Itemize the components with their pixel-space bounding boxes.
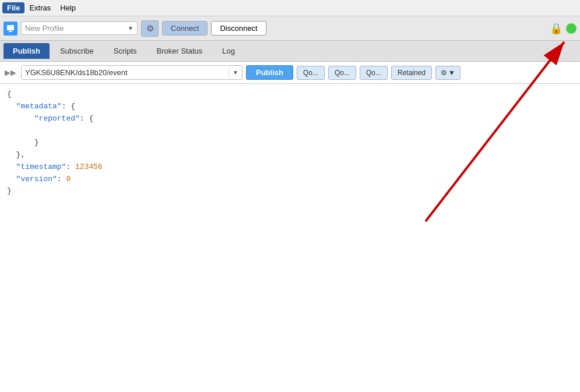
- qos2-button[interactable]: Qo...: [360, 66, 388, 80]
- menu-bar: File Extras Help: [0, 0, 580, 16]
- topic-input[interactable]: [22, 66, 229, 79]
- editor-line-2: "metadata": {: [7, 101, 573, 113]
- connection-status-dot: [566, 23, 577, 34]
- svg-rect-0: [7, 25, 14, 30]
- disconnect-button[interactable]: Disconnect: [211, 21, 266, 36]
- menu-file[interactable]: File: [2, 2, 24, 13]
- svg-rect-1: [9, 31, 12, 32]
- editor-line-1: {: [7, 89, 573, 101]
- chevron-down-icon: ▼: [128, 25, 133, 31]
- retained-button[interactable]: Retained: [391, 66, 432, 80]
- editor-line-6: },: [7, 149, 573, 161]
- chevron-down-small-icon: ▼: [448, 69, 455, 77]
- profile-placeholder: New Profile: [25, 24, 64, 33]
- tab-bar: Publish Subscribe Scripts Broker Status …: [0, 41, 580, 62]
- editor-line-8: "version": 0: [7, 174, 573, 186]
- editor-line-5: }: [7, 137, 573, 149]
- settings-button[interactable]: ⚙ ▼: [435, 66, 461, 80]
- expand-icon[interactable]: ▶▶: [3, 67, 17, 78]
- main-content: ▶▶ ▼ Publish Qo... Qo... Qo... Retained …: [0, 62, 580, 392]
- gear-button[interactable]: ⚙: [141, 20, 159, 37]
- tab-log[interactable]: Log: [213, 43, 244, 59]
- tab-publish[interactable]: Publish: [3, 43, 50, 59]
- connect-button[interactable]: Connect: [162, 21, 208, 36]
- editor-area[interactable]: { "metadata": { "reported": { } }, "time…: [0, 84, 580, 392]
- qos1-button[interactable]: Qo...: [328, 66, 356, 80]
- toolbar: New Profile ▼ ⚙ Connect Disconnect 🔒: [0, 16, 580, 41]
- tab-subscribe[interactable]: Subscribe: [51, 43, 103, 59]
- editor-line-9: }: [7, 185, 573, 197]
- gear-small-icon: ⚙: [441, 69, 447, 77]
- publish-button[interactable]: Publish: [246, 65, 293, 80]
- editor-line-4: [7, 125, 573, 137]
- topic-input-wrap: ▼: [21, 65, 242, 80]
- menu-extras[interactable]: Extras: [24, 2, 55, 13]
- profile-dropdown[interactable]: New Profile ▼: [21, 22, 138, 35]
- editor-line-7: "timestamp": 123456: [7, 161, 573, 174]
- lock-icon: 🔒: [550, 22, 563, 35]
- menu-help[interactable]: Help: [55, 2, 80, 13]
- tab-scripts[interactable]: Scripts: [104, 43, 146, 59]
- qos0-button[interactable]: Qo...: [297, 66, 325, 80]
- topic-dropdown-icon[interactable]: ▼: [229, 67, 242, 78]
- tab-broker-status[interactable]: Broker Status: [147, 43, 212, 59]
- profile-icon: [3, 22, 17, 36]
- editor-line-3: "reported": {: [7, 113, 573, 125]
- topic-bar: ▶▶ ▼ Publish Qo... Qo... Qo... Retained …: [0, 62, 580, 84]
